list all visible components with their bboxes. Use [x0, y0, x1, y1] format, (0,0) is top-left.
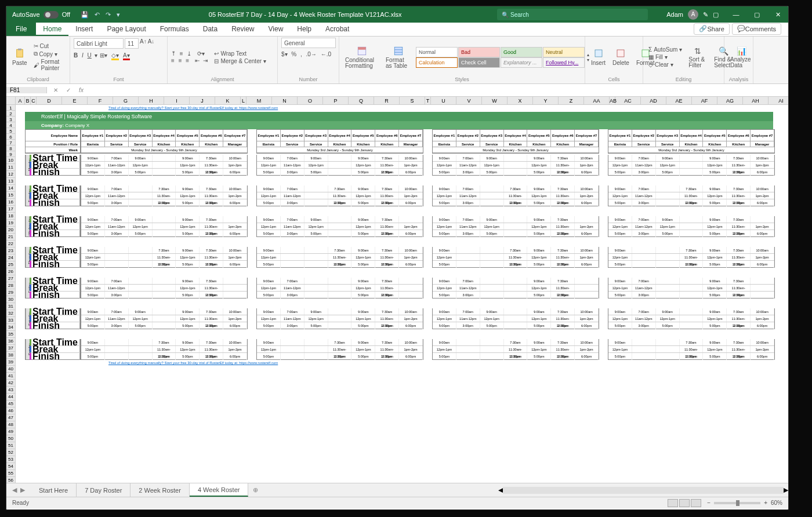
autosave-toggle[interactable]: [44, 11, 59, 19]
style-followed-hyperlink[interactable]: Followed Hy...: [543, 57, 585, 68]
borders-button[interactable]: ⊞▾: [100, 52, 107, 60]
day-data-saturday-w3[interactable]: 9:00am7:00am9:00am9:00am7:30am10:00am12p…: [432, 308, 599, 329]
font-color-button[interactable]: A▾: [123, 52, 130, 60]
fill-button[interactable]: ▦ Fill ▾: [647, 53, 684, 61]
save-icon[interactable]: 💾: [81, 11, 89, 19]
zoom-in-icon[interactable]: +: [764, 500, 767, 506]
italic-button[interactable]: I: [82, 52, 84, 60]
day-data-thursday-w2[interactable]: 9:00am7:30am9:00am7:30am10:00am12pm-1pm1…: [256, 247, 423, 268]
sheet-tab-2-week[interactable]: 2 Week Roster: [130, 483, 190, 497]
add-sheet-button[interactable]: ⊕: [248, 486, 262, 494]
day-data-saturday-w4[interactable]: 9:00am7:00am9:00am9:00am7:30am10:00am12p…: [608, 308, 775, 329]
day-data-tuesday-w2[interactable]: 9:00am7:00am7:30am9:00am7:30am10:00am12p…: [256, 185, 423, 206]
spreadsheet-grid[interactable]: ABCDEFGHIJKLMNOPQRSTUVWXYZAAABACADAEAFAG…: [6, 97, 788, 483]
day-data-friday-w2[interactable]: 9:00am7:00am9:00am7:30am12pm-1pm11am-12p…: [256, 278, 423, 298]
close-button[interactable]: ✕: [767, 11, 788, 19]
style-neutral[interactable]: Neutral: [543, 47, 585, 57]
day-data-friday-w4[interactable]: 9:00am7:00am9:00am7:30am12pm-1pm11am-12p…: [608, 278, 775, 298]
tab-page-layout[interactable]: Page Layout: [100, 23, 153, 36]
day-data-sunday-w4[interactable]: 9:00am7:30am9:00am7:30am10:00am12pm-1pm1…: [608, 339, 775, 360]
top-link[interactable]: Tired of doing everything manually? Star…: [108, 106, 278, 110]
align-top-icon[interactable]: ⤒: [171, 50, 176, 57]
style-check-cell[interactable]: Check Cell: [458, 57, 500, 68]
autosum-button[interactable]: Σ AutoSum ▾: [647, 46, 684, 53]
day-data-saturday-w2[interactable]: 9:00am7:00am9:00am9:00am7:30am10:00am12p…: [256, 308, 423, 329]
tab-formulas[interactable]: Formulas: [153, 23, 196, 36]
cancel-formula-icon[interactable]: ✕: [52, 87, 60, 93]
cut-button[interactable]: ✂ Cut: [32, 42, 66, 50]
day-data-monday-w4[interactable]: 9:00am7:00am9:00am9:00am7:30am10:00am12p…: [608, 155, 775, 176]
day-data-friday-w1[interactable]: 9:00am7:00am9:00am7:30am12pm-1pm11am-12p…: [81, 278, 248, 298]
day-data-thursday-w3[interactable]: 9:00am7:30am9:00am7:30am10:00am12pm-1pm1…: [432, 247, 599, 268]
day-data-friday-w3[interactable]: 9:00am7:00am9:00am7:30am12pm-1pm11am-12p…: [432, 278, 599, 298]
comma-button[interactable]: ,: [300, 51, 302, 57]
inc-decimal-button[interactable]: .0→: [306, 51, 317, 57]
bold-button[interactable]: B: [74, 52, 78, 60]
wrap-text-button[interactable]: ↩ Wrap Text: [212, 50, 268, 57]
underline-button[interactable]: U: [88, 52, 92, 60]
day-data-tuesday-w3[interactable]: 9:00am7:00am7:30am9:00am7:30am10:00am12p…: [432, 185, 599, 206]
view-pagebreak-icon[interactable]: [691, 499, 701, 507]
qat-dropdown-icon[interactable]: ▾: [117, 11, 120, 19]
name-box[interactable]: F81: [6, 87, 47, 93]
conditional-formatting-button[interactable]: Conditional Formatting: [343, 45, 381, 70]
style-explanatory[interactable]: Explanatory ...: [501, 57, 542, 68]
day-data-tuesday-w4[interactable]: 9:00am7:00am7:30am9:00am7:30am10:00am12p…: [608, 185, 775, 206]
day-data-wednesday-w1[interactable]: 9:00am7:00am9:00am9:00am7:30am12pm-1pm11…: [81, 216, 248, 237]
day-data-sunday-w2[interactable]: 9:00am7:30am9:00am7:30am10:00am12pm-1pm1…: [256, 339, 423, 360]
share-button[interactable]: 🔗 Share: [694, 23, 729, 35]
align-right-icon[interactable]: ≡: [186, 57, 189, 64]
number-format-dropdown[interactable]: General: [281, 38, 336, 48]
zoom-level[interactable]: 60%: [771, 500, 782, 506]
sheet-nav-prev-icon[interactable]: ◀: [12, 486, 17, 494]
hscroll-left-icon[interactable]: ◀: [498, 486, 503, 494]
ribbon-mode-icon[interactable]: ▢: [713, 11, 719, 19]
decrease-font-icon[interactable]: A↓: [148, 38, 155, 49]
day-data-monday-w3[interactable]: 9:00am7:00am9:00am9:00am7:30am10:00am12p…: [432, 155, 599, 176]
indent-right-icon[interactable]: ⇥: [203, 57, 208, 64]
day-data-tuesday-w1[interactable]: 9:00am7:00am7:30am9:00am7:30am10:00am12p…: [81, 185, 248, 206]
indent-left-icon[interactable]: ⇤: [195, 57, 200, 64]
analyze-data-button[interactable]: 📊Analyze Data: [728, 45, 755, 70]
day-data-saturday-w1[interactable]: 9:00am7:00am9:00am9:00am7:30am10:00am12p…: [81, 308, 248, 329]
copy-button[interactable]: ⧉ Copy ▾: [32, 50, 66, 58]
view-normal-icon[interactable]: [668, 499, 678, 507]
sheet-nav-next-icon[interactable]: ▶: [20, 486, 25, 494]
tab-data[interactable]: Data: [196, 23, 224, 36]
ribbon-display-icon[interactable]: ✎: [703, 11, 708, 19]
align-center-icon[interactable]: ≡: [179, 57, 182, 64]
day-data-sunday-w3[interactable]: 9:00am7:30am9:00am7:30am10:00am12pm-1pm1…: [432, 339, 599, 360]
bottom-link[interactable]: Tired of doing everything manually? Star…: [108, 361, 278, 365]
clear-button[interactable]: ◇ Clear ▾: [647, 61, 684, 68]
search-box[interactable]: 🔍 Search: [497, 9, 648, 20]
day-data-thursday-w1[interactable]: 9:00am7:30am9:00am7:30am10:00am12pm-1pm1…: [81, 247, 248, 268]
fill-color-button[interactable]: ◇▾: [111, 52, 119, 60]
tab-acrobat[interactable]: Acrobat: [318, 23, 356, 36]
percent-button[interactable]: %: [291, 51, 296, 57]
align-middle-icon[interactable]: ≡: [180, 50, 183, 57]
currency-button[interactable]: $▾: [281, 51, 288, 57]
hscroll-right-icon[interactable]: ▶: [784, 486, 788, 494]
day-data-monday-w2[interactable]: 9:00am7:00am9:00am9:00am7:30am10:00am12p…: [256, 155, 423, 176]
align-bottom-icon[interactable]: ⤓: [187, 50, 191, 57]
format-painter-button[interactable]: 🖌 Format Painter: [32, 58, 66, 72]
sheet-tab-start-here[interactable]: Start Here: [31, 483, 77, 497]
delete-cells-button[interactable]: Delete: [610, 47, 632, 67]
paste-button[interactable]: Paste: [10, 47, 30, 67]
font-family-dropdown[interactable]: Calibri Light: [74, 38, 124, 49]
undo-icon[interactable]: ↶: [95, 11, 100, 19]
merge-center-button[interactable]: ⊟ Merge & Center ▾: [212, 57, 268, 65]
comments-button[interactable]: 💬 Comments: [732, 23, 781, 35]
user-name[interactable]: Adam: [666, 11, 683, 18]
orientation-icon[interactable]: ⟳▾: [197, 50, 205, 57]
tab-review[interactable]: Review: [224, 23, 261, 36]
view-page-layout-icon[interactable]: [679, 499, 690, 507]
sheet-tab-4-week[interactable]: 4 Week Roster: [190, 483, 249, 497]
tab-insert[interactable]: Insert: [68, 23, 100, 36]
zoom-slider[interactable]: [714, 502, 760, 504]
tab-file[interactable]: File: [6, 23, 36, 36]
insert-cells-button[interactable]: Insert: [589, 47, 608, 67]
tab-view[interactable]: View: [262, 23, 291, 36]
zoom-out-icon[interactable]: −: [707, 500, 710, 506]
style-bad[interactable]: Bad: [458, 47, 500, 57]
